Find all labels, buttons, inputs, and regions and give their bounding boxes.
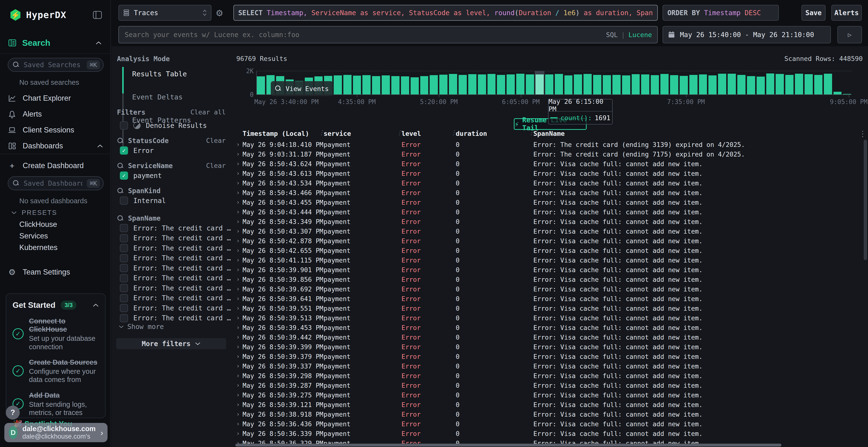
sidebar-collapse-icon[interactable] [93, 10, 102, 19]
table-row[interactable]: ›May 26 8:50:43.307 PMpaymentError0Error… [236, 227, 860, 236]
table-row[interactable]: ›May 26 8:50:39.275 PMpaymentError0Error… [236, 390, 860, 400]
sidebar-item-dashboards[interactable]: Dashboards [8, 139, 103, 153]
table-row[interactable]: ›May 26 8:50:41.115 PMpaymentError0Error… [236, 255, 860, 265]
row-expand-chevron-icon[interactable]: › [236, 257, 243, 264]
col-duration[interactable]: ⋮duration [456, 130, 533, 137]
checkbox[interactable] [120, 197, 128, 205]
histogram-bar[interactable] [641, 71, 649, 94]
histogram-bar[interactable] [766, 71, 774, 94]
histogram-bar[interactable] [257, 71, 265, 94]
table-row[interactable]: ›May 26 8:50:43.624 PMpaymentError0Error… [236, 159, 860, 169]
histogram-bar[interactable] [420, 71, 429, 94]
histogram-bar[interactable] [488, 71, 496, 94]
table-row[interactable]: ›May 26 8:50:43.466 PMpaymentError0Error… [236, 188, 860, 198]
histogram-bar[interactable] [362, 71, 371, 94]
filter-option[interactable]: Error: The credit card … [120, 274, 231, 282]
row-expand-chevron-icon[interactable]: › [236, 247, 243, 254]
more-filters-button[interactable]: More filters [116, 338, 226, 349]
filter-option[interactable]: Error: The credit card … [120, 244, 231, 252]
histogram-bar[interactable] [805, 71, 813, 94]
sidebar-item-team-settings[interactable]: ⚙ Team Settings [8, 265, 103, 279]
row-expand-chevron-icon[interactable]: › [236, 401, 243, 408]
table-row[interactable]: ›May 26 8:50:38.918 PMpaymentError0Error… [236, 409, 860, 419]
presets-toggle[interactable]: PRESETS [11, 209, 57, 216]
row-expand-chevron-icon[interactable]: › [236, 411, 243, 418]
histogram-bar[interactable] [430, 71, 438, 94]
row-expand-chevron-icon[interactable]: › [236, 314, 243, 321]
histogram-bar[interactable] [651, 71, 659, 94]
checkbox[interactable] [120, 284, 128, 292]
row-expand-chevron-icon[interactable]: › [236, 305, 243, 312]
histogram-bar[interactable] [824, 71, 832, 94]
alerts-button[interactable]: Alerts [831, 5, 862, 21]
sidebar-item-search[interactable]: Search [8, 37, 102, 49]
filter-option[interactable]: Error: The credit card … [120, 254, 231, 262]
row-expand-chevron-icon[interactable]: › [236, 324, 243, 331]
sidebar-item-alerts[interactable]: Alerts [8, 107, 103, 121]
table-row[interactable]: ›May 26 9:04:18.410 PMpaymentError0Error… [236, 140, 860, 149]
get-started-item[interactable]: ✓Create Data SourcesConfigure where your… [12, 358, 99, 384]
checkbox[interactable] [120, 294, 128, 302]
filter-option[interactable]: Error: The credit card … [120, 224, 231, 232]
filter-option[interactable]: Internal [120, 197, 166, 205]
table-row[interactable]: ›May 26 8:50:43.534 PMpaymentError0Error… [236, 178, 860, 188]
row-expand-chevron-icon[interactable]: › [236, 334, 243, 341]
histogram-bar[interactable] [613, 71, 621, 94]
saved-searches-input[interactable] [23, 61, 83, 69]
histogram-bar[interactable] [401, 71, 409, 94]
histogram-bar[interactable] [343, 71, 351, 94]
saved-dashboards-input[interactable] [23, 179, 83, 187]
histogram-bar[interactable] [449, 71, 457, 94]
chevron-up-icon[interactable] [97, 144, 103, 148]
histogram-bar[interactable] [391, 71, 400, 94]
table-row[interactable]: ›May 26 8:50:39.901 PMpaymentError0Error… [236, 265, 860, 275]
help-button[interactable]: ? [6, 406, 20, 419]
table-row[interactable]: ›May 26 8:50:39.641 PMpaymentError0Error… [236, 294, 860, 304]
histogram-bar[interactable] [718, 71, 726, 94]
table-row[interactable]: ›May 26 8:50:39.513 PMpaymentError0Error… [236, 313, 860, 323]
row-expand-chevron-icon[interactable]: › [236, 189, 243, 196]
col-timestamp[interactable]: Timestamp (Local) [243, 130, 323, 137]
histogram-bar[interactable] [776, 71, 784, 94]
table-row[interactable]: ›May 26 8:50:36.436 PMpaymentError0Error… [236, 419, 860, 429]
show-more-link[interactable]: Show more [119, 323, 164, 331]
row-expand-chevron-icon[interactable]: › [236, 238, 243, 244]
table-row[interactable]: ›May 26 8:50:43.455 PMpaymentError0Error… [236, 198, 860, 207]
row-expand-chevron-icon[interactable]: › [236, 180, 243, 186]
row-expand-chevron-icon[interactable]: › [236, 382, 243, 389]
vertical-scrollbar[interactable] [864, 129, 867, 442]
histogram-bar[interactable] [497, 71, 505, 94]
analysis-mode-results-table[interactable]: Results Table [132, 70, 187, 78]
save-button[interactable]: Save [802, 5, 826, 21]
histogram-bar[interactable] [689, 71, 698, 94]
checkbox[interactable] [120, 122, 128, 130]
table-row[interactable]: ›May 26 9:03:31.187 PMpaymentError0Error… [236, 149, 860, 159]
table-row[interactable]: ›May 26 8:50:39.856 PMpaymentError0Error… [236, 275, 860, 284]
clear-filter-link[interactable]: Clear [206, 137, 226, 144]
row-expand-chevron-icon[interactable]: › [236, 430, 243, 437]
column-separator[interactable]: ⋮ [396, 129, 402, 136]
clear-all-link[interactable]: Clear all [190, 108, 226, 116]
histogram-bar[interactable] [584, 71, 592, 94]
run-query-button[interactable]: ▷ [837, 26, 862, 43]
checkbox[interactable] [120, 264, 128, 272]
histogram-bar[interactable] [555, 71, 563, 94]
sql-select-editor[interactable]: SELECT Timestamp, ServiceName as service… [234, 5, 658, 21]
table-row[interactable]: ›May 26 8:50:39.453 PMpaymentError0Error… [236, 323, 860, 332]
get-started-item[interactable]: ✓Connect to ClickHouseSet up your databa… [12, 317, 99, 351]
create-dashboard-button[interactable]: + Create Dashboard [8, 159, 103, 172]
denoise-checkbox-row[interactable]: Denoise Results [120, 122, 207, 130]
row-expand-chevron-icon[interactable]: › [236, 170, 243, 177]
horizontal-scrollbar[interactable] [234, 444, 863, 447]
clear-filter-link[interactable]: Clear [206, 162, 226, 169]
histogram-bar[interactable] [737, 71, 745, 94]
checkbox[interactable] [120, 304, 128, 312]
table-row[interactable]: ›May 26 8:50:39.442 PMpaymentError0Error… [236, 332, 860, 342]
scrollbar-thumb[interactable] [864, 140, 867, 260]
row-expand-chevron-icon[interactable]: › [236, 343, 243, 350]
checkbox[interactable]: ✓ [120, 146, 128, 154]
filter-option[interactable]: Error: The credit card … [120, 234, 231, 242]
sidebar-item-client-sessions[interactable]: Client Sessions [8, 123, 103, 137]
preset-clickhouse[interactable]: ClickHouse [19, 220, 57, 229]
histogram-bar[interactable] [439, 71, 447, 94]
